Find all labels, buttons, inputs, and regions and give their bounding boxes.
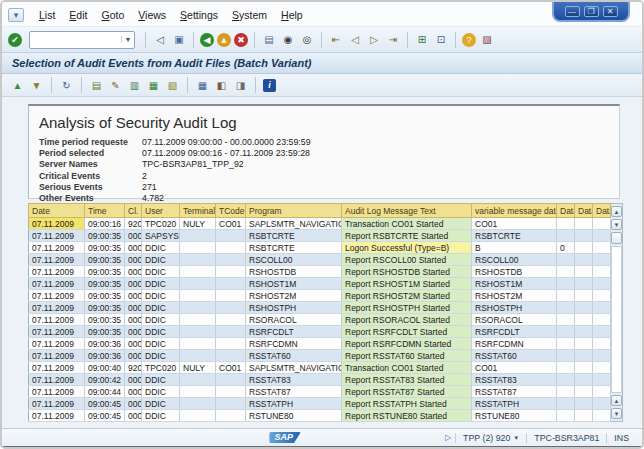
save-icon[interactable]: ▣ [171,32,187,48]
next-page-icon[interactable]: ▷ [366,32,382,48]
table-cell[interactable] [593,254,611,266]
table-cell[interactable]: RSSTATPH [246,398,342,410]
table-cell[interactable]: 09:00:35 [85,242,125,254]
column-header[interactable]: Program [246,204,342,218]
table-cell[interactable] [180,410,216,422]
table-row[interactable]: 07.11.200909:00:35000DDICRSCOLL00Report … [29,254,611,266]
scroll-down-icon[interactable]: ▼ [611,219,622,230]
table-cell[interactable]: RSHOSTDB [472,266,557,278]
table-cell[interactable] [593,278,611,290]
table-cell[interactable]: Report RSRFCDMN Started [342,338,472,350]
table-cell[interactable]: 09:00:44 [85,386,125,398]
column-header[interactable]: Data [593,204,611,218]
table-row[interactable]: 07.11.200909:00:36000DDICRSRFCDMNReport … [29,338,611,350]
table-cell[interactable] [593,218,611,230]
table-cell[interactable]: 000 [125,410,142,422]
table-cell[interactable]: RSRFCDMN [246,338,342,350]
table-cell[interactable] [593,410,611,422]
table-cell[interactable] [180,350,216,362]
table-row[interactable]: 07.11.200909:00:35000DDICRSHOST2MReport … [29,290,611,302]
table-cell[interactable]: RSSTAT60 [246,350,342,362]
column-header[interactable]: Audit Log Message Text [342,204,472,218]
command-field[interactable]: ▼ [29,31,135,49]
export-icon[interactable]: ▤ [89,78,104,93]
table-cell[interactable]: RSTUNE80 [246,410,342,422]
spreadsheet-icon[interactable]: ▦ [146,78,161,93]
table-cell[interactable] [216,266,246,278]
menu-item-edit[interactable]: Edit [62,7,94,23]
table-cell[interactable] [557,374,575,386]
column-header[interactable]: Time [85,204,125,218]
column-header[interactable]: User [142,204,180,218]
table-cell[interactable] [575,374,593,386]
table-cell[interactable] [557,254,575,266]
table-cell[interactable]: SAPLSMTR_NAVIGATION [246,362,342,374]
table-cell[interactable]: TPC020 [142,362,180,374]
table-cell[interactable] [593,266,611,278]
table-row[interactable]: 07.11.200909:00:35000DDICRSBTCRTELogon S… [29,242,611,254]
table-cell[interactable] [180,290,216,302]
help-icon[interactable]: ? [462,33,476,47]
table-cell[interactable] [593,362,611,374]
table-cell[interactable]: 09:00:36 [85,350,125,362]
table-cell[interactable]: CO01 [216,362,246,374]
table-cell[interactable]: DDIC [142,398,180,410]
table-cell[interactable] [593,338,611,350]
menu-item-list[interactable]: List [32,7,62,23]
table-cell[interactable]: RSBTCRTE [472,230,557,242]
table-cell[interactable]: Transaction CO01 Started [342,218,472,230]
table-cell[interactable] [557,326,575,338]
enter-icon[interactable]: ✔ [8,33,22,47]
table-cell[interactable] [575,350,593,362]
table-cell[interactable]: DDIC [142,338,180,350]
table-cell[interactable] [216,410,246,422]
table-cell[interactable]: DDIC [142,242,180,254]
table-cell[interactable]: 09:00:35 [85,278,125,290]
table-row[interactable]: 07.11.200909:00:36000DDICRSSTAT60Report … [29,350,611,362]
table-cell[interactable] [575,290,593,302]
table-cell[interactable]: Report RSSTAT83 Started [342,374,472,386]
table-cell[interactable]: RSBTCRTE [246,230,342,242]
column-header[interactable]: Data [557,204,575,218]
table-cell[interactable] [593,242,611,254]
table-cell[interactable]: 07.11.2009 [29,350,85,362]
print-icon[interactable]: ▤ [261,32,277,48]
table-cell[interactable] [180,374,216,386]
cancel-icon[interactable]: ✖ [234,33,248,47]
status-system-field[interactable]: TPP (2) 920 ▼ [455,433,526,443]
filter-icon[interactable]: ▼ [29,78,44,93]
table-cell[interactable]: 09:00:36 [85,338,125,350]
column-header[interactable]: TCode [216,204,246,218]
refresh-icon[interactable]: ↻ [59,78,74,93]
vertical-scrollbar[interactable]: ▲ ▼ ▲ ▼ [611,203,623,422]
copy-icon[interactable]: ▥ [127,78,142,93]
table-cell[interactable]: 000 [125,350,142,362]
table-cell[interactable] [216,290,246,302]
table-cell[interactable]: SAPLSMTR_NAVIGATION [246,218,342,230]
table-cell[interactable]: DDIC [142,386,180,398]
table-cell[interactable]: 07.11.2009 [29,362,85,374]
table-cell[interactable] [575,242,593,254]
table-cell[interactable] [593,386,611,398]
table-cell[interactable]: NULY [180,218,216,230]
table-cell[interactable] [575,410,593,422]
table-cell[interactable]: RSRFCDMN [472,338,557,350]
table-cell[interactable]: RSHOST2M [472,290,557,302]
menu-item-goto[interactable]: Goto [94,7,131,23]
table-row[interactable]: 07.11.200909:00:16920TPC020NULYCO01SAPLS… [29,218,611,230]
scrollbar-track[interactable] [611,246,622,393]
table-cell[interactable]: CO01 [472,218,557,230]
table-row[interactable]: 07.11.200909:00:35000DDICRSHOST1MReport … [29,278,611,290]
table-cell[interactable]: RSSTATPH [472,398,557,410]
column-header[interactable]: Terminal [180,204,216,218]
table-cell[interactable]: 07.11.2009 [29,302,85,314]
table-cell[interactable]: 0 [557,242,575,254]
table-cell[interactable] [557,338,575,350]
table-cell[interactable]: DDIC [142,350,180,362]
table-row[interactable]: 07.11.200909:00:40920TPC020NULYCO01SAPLS… [29,362,611,374]
table-cell[interactable] [180,314,216,326]
table-cell[interactable]: 920 [125,218,142,230]
back-icon[interactable]: ◀ [200,33,214,47]
table-cell[interactable]: 000 [125,290,142,302]
table-cell[interactable]: DDIC [142,326,180,338]
